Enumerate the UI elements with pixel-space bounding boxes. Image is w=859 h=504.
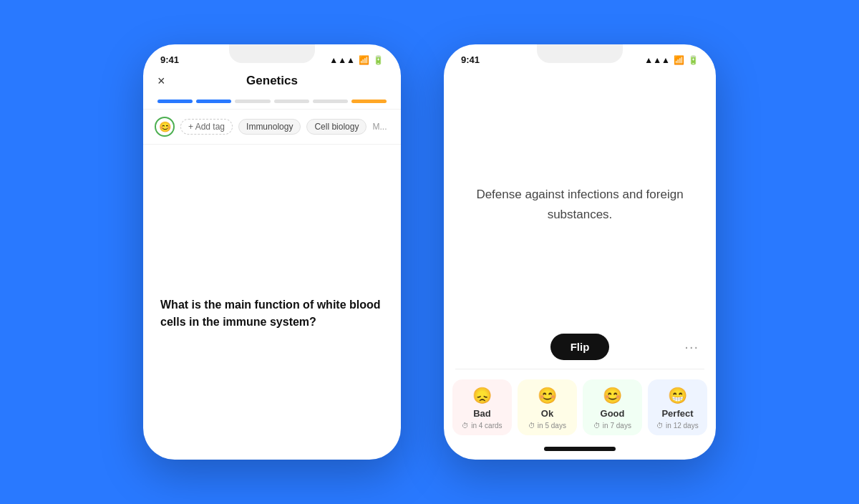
tag-chip-cellbio[interactable]: Cell biology xyxy=(306,119,367,135)
close-button[interactable]: × xyxy=(157,74,165,89)
phone-1: 9:41 ▲▲▲ 📶 🔋 × Genetics 😊 + Add tag Immu… xyxy=(143,44,401,460)
add-tag-button[interactable]: + Add tag xyxy=(180,119,233,135)
bad-label: Bad xyxy=(473,408,491,419)
ok-sub: ⏱ in 5 days xyxy=(528,422,566,430)
flip-row: Flip ··· xyxy=(444,326,716,369)
bad-sub: ⏱ in 4 cards xyxy=(462,422,502,430)
progress-seg-5 xyxy=(313,100,348,103)
status-time-2: 9:41 xyxy=(461,54,480,65)
progress-bar xyxy=(143,94,401,109)
progress-seg-4 xyxy=(274,100,309,103)
card-question-text: What is the main function of white blood… xyxy=(160,296,384,331)
ok-emoji: 😊 xyxy=(538,387,557,405)
status-icons: ▲▲▲ 📶 🔋 xyxy=(329,55,384,65)
signal-icon-2: ▲▲▲ xyxy=(644,55,670,65)
progress-seg-6 xyxy=(351,100,387,103)
progress-seg-3 xyxy=(235,100,270,103)
emoji-button[interactable]: 😊 xyxy=(155,117,175,137)
flip-button[interactable]: Flip xyxy=(550,334,610,360)
rating-bad-button[interactable]: 😞 Bad ⏱ in 4 cards xyxy=(452,379,512,435)
good-label: Good xyxy=(601,408,625,419)
tags-row: 😊 + Add tag Immunology Cell biology M... xyxy=(143,109,401,145)
more-options-button[interactable]: ··· xyxy=(684,339,699,355)
perfect-sub: ⏱ in 12 days xyxy=(656,422,698,430)
good-sub: ⏱ in 7 days xyxy=(593,422,631,430)
rating-good-button[interactable]: 😊 Good ⏱ in 7 days xyxy=(583,379,642,435)
card-answer-text: Defense against infections and foreign s… xyxy=(465,185,694,223)
perfect-emoji: 😁 xyxy=(668,387,687,405)
deck-title: Genetics xyxy=(246,74,298,88)
phone-header: × Genetics xyxy=(143,68,401,94)
signal-icon: ▲▲▲ xyxy=(329,55,355,65)
phone-2: 9:41 ▲▲▲ 📶 🔋 Defense against infections … xyxy=(444,44,716,460)
card-question-area: What is the main function of white blood… xyxy=(143,145,401,345)
progress-seg-1 xyxy=(157,100,193,103)
rating-row: 😞 Bad ⏱ in 4 cards 😊 Ok ⏱ in 5 days 😊 Go… xyxy=(444,369,716,442)
card-answer-area: Defense against infections and foreign s… xyxy=(444,68,716,326)
status-icons-2: ▲▲▲ 📶 🔋 xyxy=(644,55,699,65)
status-time: 9:41 xyxy=(160,54,179,65)
tag-more: M... xyxy=(372,122,387,132)
good-emoji: 😊 xyxy=(603,387,622,405)
rating-perfect-button[interactable]: 😁 Perfect ⏱ in 12 days xyxy=(648,379,707,435)
tag-chip-immunology[interactable]: Immunology xyxy=(238,119,301,135)
wifi-icon: 📶 xyxy=(359,55,369,65)
bad-emoji: 😞 xyxy=(472,387,492,405)
perfect-label: Perfect xyxy=(661,408,693,419)
battery-icon-2: 🔋 xyxy=(688,55,699,65)
ok-label: Ok xyxy=(541,408,553,419)
home-indicator xyxy=(544,447,616,451)
battery-icon: 🔋 xyxy=(373,55,384,65)
wifi-icon-2: 📶 xyxy=(674,55,684,65)
notch xyxy=(229,44,315,63)
rating-ok-button[interactable]: 😊 Ok ⏱ in 5 days xyxy=(518,379,577,435)
progress-seg-2 xyxy=(196,100,231,103)
notch-2 xyxy=(537,44,623,63)
